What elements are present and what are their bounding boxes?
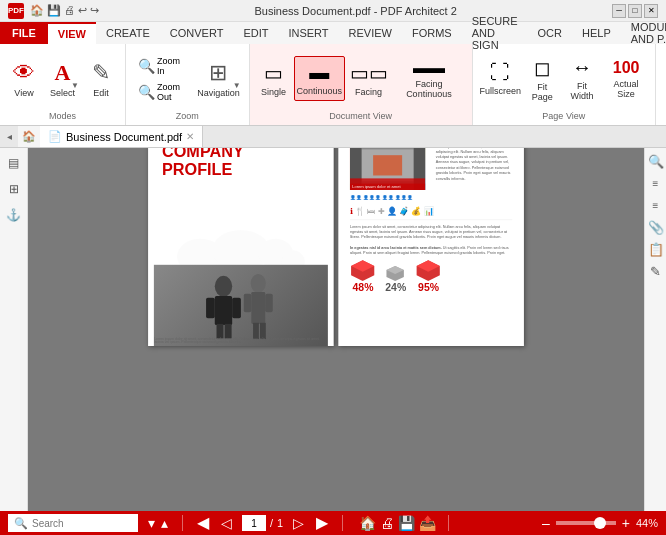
svg-point-4 [215,275,232,296]
minimize-button[interactable]: ─ [612,4,626,18]
sidebar-anchor-btn[interactable]: ⚓ [3,204,25,226]
stat-24: 24% [385,264,406,294]
continuous-label: Continuous [296,86,342,96]
person-icon-8: 👤 [395,194,401,199]
menu-ocr[interactable]: OCR [528,22,572,44]
fit-width-button[interactable]: ↔ Fit Width [563,52,602,105]
select-button[interactable]: A Select ▼ [44,56,81,102]
fit-width-label: Fit Width [569,81,596,101]
right-clip-btn[interactable]: 📎 [647,218,665,236]
person-icon-7: 👤 [388,194,394,199]
zoom-level: 44% [636,517,658,529]
facing-continuous-button[interactable]: ▬▬ Facing Continuous [392,55,466,103]
doc-canvas[interactable]: 2014 COMPANY PROFILE [28,148,644,511]
rotate-group: ↺ Left ↻ Right Rotate [656,44,666,125]
zoom-in-status-btn[interactable]: + [620,516,632,530]
pdf-icon: 📄 [48,130,62,143]
home-tab[interactable]: 🏠 [18,126,40,147]
rotate-items: ↺ Left ↻ Right [662,48,666,109]
person2-icon: 👤 [387,206,397,215]
right-list-btn[interactable]: ≡ [647,196,665,214]
chart-icon: 📊 [424,206,434,215]
menu-insert[interactable]: INSERT [278,22,338,44]
right-notes-btn[interactable]: 📋 [647,240,665,258]
sidebar-thumbnails-btn[interactable]: ⊞ [3,178,25,200]
doc-tab-business[interactable]: 📄 Business Document.pdf ✕ [40,126,203,147]
home-tool-btn[interactable]: 🏠 [359,515,376,531]
rotate-left-button[interactable]: ↺ Left [662,56,666,102]
prev-page-btn[interactable]: ◀ [195,515,211,531]
file-menu[interactable]: FILE [0,22,48,44]
actual-size-label: Actual Size [609,79,643,99]
page-number-input[interactable] [242,515,266,531]
menu-items: VIEW CREATE CONVERT EDIT INSERT REVIEW F… [48,22,666,44]
save-tool-btn[interactable]: 💾 [398,515,415,531]
stat-charts: 48% 24% [350,258,442,293]
search-nav-down[interactable]: ▾ [146,516,157,530]
home-icon: 🏠 [22,130,36,143]
view-button[interactable]: 👁 View [6,56,42,102]
facing-cont-icon: ▬▬ [413,59,445,77]
menu-convert[interactable]: CONVERT [160,22,234,44]
tab-nav-prev[interactable]: ◂ [0,126,18,147]
menu-forms[interactable]: FORMS [402,22,462,44]
share-tool-btn[interactable]: 📤 [419,515,436,531]
prev-btn-2[interactable]: ◁ [219,516,234,530]
window-title: Business Document.pdf - PDF Architect 2 [99,5,612,17]
stat-48-pct: 48% [350,281,376,293]
maximize-button[interactable]: □ [628,4,642,18]
menu-modules[interactable]: MODULES AND P... [621,22,666,44]
next-btn-1[interactable]: ▷ [291,516,306,530]
navigation-button[interactable]: ⊞ Navigation ▼ [194,56,242,102]
zoom-out-button[interactable]: 🔍 Zoom Out [132,80,192,104]
zoom-slider[interactable] [556,521,616,525]
continuous-button[interactable]: ▬ Continuous [294,56,345,101]
menu-help[interactable]: HELP [572,22,621,44]
person-icon-5: 👤 [375,194,381,199]
app-icon: PDF [8,3,24,19]
bed-icon: 🛏 [367,206,375,215]
menu-view[interactable]: VIEW [48,22,96,44]
doc-tab-close[interactable]: ✕ [186,131,194,142]
stat-95-pct: 95% [415,281,441,293]
print-tool-btn[interactable]: 🖨 [380,515,394,531]
zoom-out-status-btn[interactable]: – [540,516,552,530]
menu-review[interactable]: REVIEW [339,22,402,44]
fit-page-button[interactable]: ◻ Fit Page [524,52,561,106]
people-image [154,264,328,345]
single-button[interactable]: ▭ Single [256,57,292,101]
svg-rect-5 [215,296,232,325]
right-lines-btn[interactable]: ≡ [647,174,665,192]
menu-edit[interactable]: EDIT [233,22,278,44]
main-area: ▤ ⊞ ⚓ 2014 COMPANY PROFILE [0,148,666,511]
page-view-group-label: Page View [542,111,585,121]
dollar-icon: 💰 [411,206,421,215]
search-nav-controls: ▾ ▴ [146,516,170,530]
search-input[interactable] [32,518,132,529]
caption-text: Lorem ipsum dolor sit amet, consectetur … [154,336,328,343]
right-edit-btn[interactable]: ✎ [647,262,665,280]
fullscreen-button[interactable]: ⛶ Fullscreen [479,57,522,100]
zoom-area: – + 44% [540,516,658,530]
svg-rect-12 [244,293,252,312]
actual-size-button[interactable]: 100 Actual Size [603,55,649,103]
right-page: DEMOGRAPHICS Lorem ipsum dolor sit amet,… [338,148,524,346]
menu-secure[interactable]: SECURE AND SIGN [462,22,528,44]
continuous-icon: ▬ [309,61,329,84]
title-bar: PDF 🏠 💾 🖨 ↩ ↪ Business Document.pdf - PD… [0,0,666,22]
fork-icon: 🍴 [355,206,365,215]
facing-button[interactable]: ▭▭ Facing [347,57,390,101]
modes-items: 👁 View A Select ▼ ✎ Edit [6,48,119,109]
person-icon-6: 👤 [382,194,388,199]
plus-icon: ✚ [378,206,385,215]
edit-button[interactable]: ✎ Edit [83,56,119,102]
single-label: Single [261,87,286,97]
sidebar-pages-btn[interactable]: ▤ [3,152,25,174]
next-page-btn[interactable]: ▶ [314,515,330,531]
search-nav-up[interactable]: ▴ [159,516,170,530]
view-icon: 👁 [13,60,35,86]
zoom-in-button[interactable]: 🔍 Zoom In [132,54,192,78]
right-search-btn[interactable]: 🔍 [647,152,665,170]
close-button[interactable]: ✕ [644,4,658,18]
menu-create[interactable]: CREATE [96,22,160,44]
